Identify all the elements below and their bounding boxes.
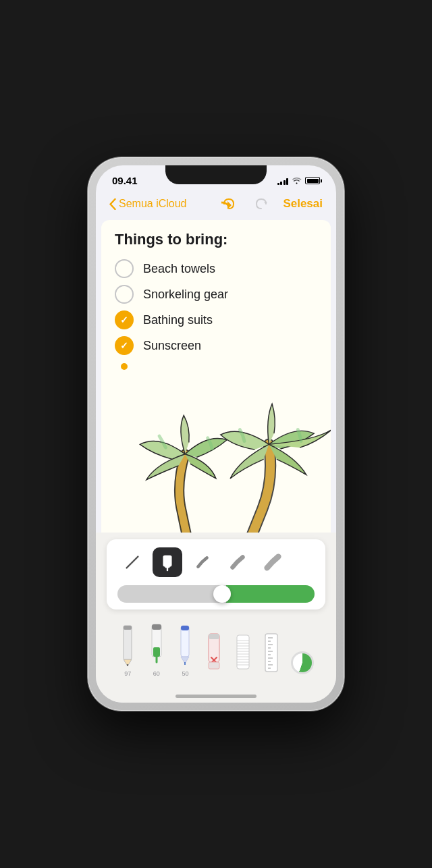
svg-rect-15	[181, 626, 189, 630]
size-slider-row	[117, 585, 315, 603]
redo-arrow-icon	[254, 196, 269, 211]
svg-rect-6	[124, 626, 132, 659]
notch	[165, 165, 267, 184]
checklist-text-1: Beach towels	[143, 262, 215, 276]
ruler-item[interactable]	[262, 628, 281, 677]
pencil-tool-icon	[118, 620, 137, 669]
svg-rect-23	[237, 635, 249, 669]
svg-rect-12	[153, 647, 160, 657]
blue-pen-item[interactable]: 50	[176, 620, 194, 677]
checklist-item-3: Bathing suits	[115, 310, 317, 329]
svg-rect-34	[265, 634, 277, 672]
status-icons	[277, 177, 321, 185]
note-title: Things to bring:	[115, 231, 317, 248]
redo-button[interactable]	[250, 193, 272, 215]
green-marker-item[interactable]: 60	[147, 620, 166, 677]
wifi-icon	[292, 177, 302, 184]
svg-line-2	[127, 557, 138, 568]
signal-icon	[277, 177, 289, 185]
phone-screen: 09.41	[96, 165, 336, 703]
checkbox-4[interactable]	[115, 336, 134, 355]
navigation-bar: Semua iCloud	[96, 190, 336, 220]
svg-rect-19	[209, 634, 219, 639]
eraser-item[interactable]	[205, 627, 223, 677]
checklist-item-4: Sunscreen	[115, 336, 317, 355]
battery-icon	[305, 177, 320, 184]
phone-frame: 09.41	[88, 157, 344, 711]
lasso-item[interactable]	[234, 628, 252, 677]
checkbox-3[interactable]	[115, 310, 134, 329]
checklist-text-2: Snorkeling gear	[143, 288, 228, 302]
bottom-tools: 97 60	[107, 615, 325, 684]
back-label: Semua iCloud	[119, 198, 187, 210]
checklist-item-2: Snorkeling gear	[115, 285, 317, 304]
pencil-label: 97	[124, 670, 131, 677]
pencil-tool-item[interactable]: 97	[118, 620, 137, 677]
note-scroll: Things to bring: Beach towels Snorkeling…	[101, 220, 331, 385]
ruler-icon	[262, 628, 281, 677]
blue-pen-icon	[176, 620, 194, 669]
eraser-icon	[205, 627, 223, 676]
undo-button[interactable]	[218, 193, 240, 215]
checklist-text-4: Sunscreen	[143, 339, 201, 353]
status-time: 09.41	[112, 175, 138, 186]
slider-thumb[interactable]	[213, 585, 231, 603]
svg-rect-22	[209, 662, 219, 669]
battery-fill	[307, 179, 319, 183]
bullet-point	[121, 363, 128, 370]
brush-tool-2[interactable]	[223, 547, 252, 577]
checklist-text-3: Bathing suits	[143, 313, 213, 327]
brush-tools-row	[117, 547, 315, 577]
green-marker-icon	[147, 620, 166, 669]
undo-arrow-icon	[221, 196, 236, 211]
home-bar	[176, 695, 256, 698]
nav-actions: Selesai	[218, 193, 323, 215]
back-button[interactable]: Semua iCloud	[109, 198, 187, 210]
green-marker-label: 60	[153, 670, 160, 677]
svg-rect-11	[152, 624, 161, 630]
checkbox-2[interactable]	[115, 285, 134, 304]
lasso-icon	[234, 628, 252, 677]
done-button[interactable]: Selesai	[283, 197, 323, 211]
chevron-left-icon	[109, 198, 116, 210]
drawing-svg	[101, 385, 331, 533]
checklist-item-1: Beach towels	[115, 259, 317, 278]
pen-tool[interactable]	[117, 547, 147, 577]
checkbox-1[interactable]	[115, 259, 134, 278]
home-indicator	[96, 689, 336, 703]
note-area: Things to bring: Beach towels Snorkeling…	[96, 220, 336, 689]
blue-pen-label: 50	[182, 670, 188, 677]
svg-rect-7	[124, 626, 132, 630]
brush-picker	[107, 539, 325, 609]
toolbar-container: 97 60	[96, 533, 336, 689]
brush-tool-3[interactable]	[258, 547, 288, 577]
brush-tool-1[interactable]	[188, 547, 217, 577]
checklist: Beach towels Snorkeling gear Bathing sui…	[115, 259, 317, 355]
color-circle[interactable]	[291, 651, 314, 674]
marker-tool[interactable]	[153, 547, 182, 577]
size-slider[interactable]	[117, 585, 315, 603]
color-picker-item[interactable]	[291, 651, 314, 674]
drawing-area[interactable]	[101, 385, 331, 533]
